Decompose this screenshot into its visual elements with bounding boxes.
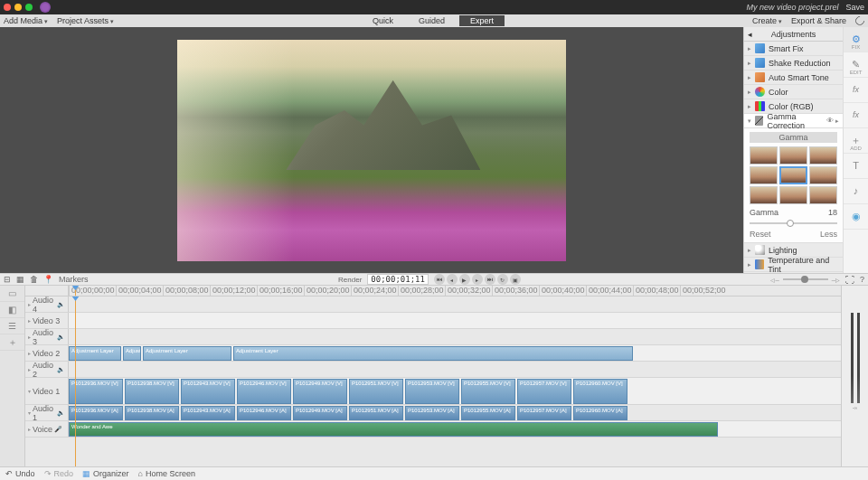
video-clip[interactable]: P1012936.MOV [V] <box>69 379 123 404</box>
sync-icon[interactable] <box>854 14 866 27</box>
mode-expert[interactable]: Expert <box>459 15 505 26</box>
adj-temperature-tint[interactable]: ▸Temperature and Tint <box>744 258 843 272</box>
right-panel: ◂ Adjustments ▸Smart Fix ▸Shake Reductio… <box>743 27 868 273</box>
audio-clip[interactable]: P1012938.MOV [A] <box>125 406 179 420</box>
project-assets-menu[interactable]: Project Assets <box>57 16 114 25</box>
audio-clip[interactable]: P1012943.MOV [A] <box>181 406 235 420</box>
gamma-reset-button[interactable]: Reset <box>750 230 771 239</box>
gamma-preset-4[interactable] <box>750 166 778 184</box>
video-clip[interactable]: P1012960.MOV [V] <box>573 379 627 404</box>
audio-clip[interactable]: P1012936.MOV [A] <box>69 406 123 420</box>
save-button[interactable]: Save <box>845 3 864 12</box>
redo-button[interactable]: ↷Redo <box>44 469 74 478</box>
ruler-tick: 00;00;52;00 <box>680 286 726 296</box>
add-media-menu[interactable]: Add Media <box>4 16 48 25</box>
video-clip[interactable]: P1012957.MOV [V] <box>517 379 571 404</box>
export-share-button[interactable]: Export & Share <box>791 16 846 25</box>
video-clip[interactable]: P1012949.MOV [V] <box>293 379 347 404</box>
clip-adjustment-layer[interactable]: Adjustment Layer <box>69 346 121 361</box>
trash-icon[interactable]: 🗑 <box>30 275 38 284</box>
clip-adjustment-layer[interactable]: Adjustment Layer <box>123 346 141 361</box>
audio-clip[interactable]: P1012946.MOV [A] <box>237 406 291 420</box>
tool-select-icon[interactable]: ▭ <box>0 286 24 302</box>
fullscreen-icon[interactable]: ⛶ <box>845 275 854 285</box>
maximize-window-icon[interactable] <box>25 4 33 11</box>
adj-gamma-correction[interactable]: ▾Gamma Correction👁▸ <box>744 114 843 128</box>
audio-clip[interactable]: P1012955.MOV [A] <box>461 406 515 420</box>
tool-add-icon[interactable]: ＋ <box>0 334 24 351</box>
adj-shake-reduction[interactable]: ▸Shake Reduction <box>744 56 843 71</box>
playhead[interactable] <box>75 286 76 296</box>
mute-icon[interactable]: 🔈 <box>57 301 65 308</box>
tool-solo-icon[interactable]: ◧ <box>0 302 24 318</box>
add-tab-icon[interactable]: ＋ADD <box>844 128 869 154</box>
audio-clip[interactable]: P1012953.MOV [A] <box>405 406 459 420</box>
zoom-out-icon[interactable]: ◁─ <box>770 277 778 283</box>
clip-adjustment-layer[interactable]: Adjustment Layer <box>143 346 231 361</box>
video-clip[interactable]: P1012946.MOV [V] <box>237 379 291 404</box>
loop-icon[interactable]: ↻ <box>497 274 508 285</box>
video-clip[interactable]: P1012953.MOV [V] <box>405 379 459 404</box>
help-icon[interactable]: ? <box>860 275 864 284</box>
clip-adjustment-layer[interactable]: Adjustment Layer <box>233 346 633 361</box>
tracks-scroll[interactable]: ▸Audio 4🔈 ▸Video 3 ▸Audio 3🔈 ▸Video 2 Ad… <box>25 296 841 466</box>
goto-start-icon[interactable]: ⏮ <box>434 274 445 285</box>
gamma-preset-6[interactable] <box>809 166 837 184</box>
gamma-preset-1[interactable] <box>750 146 778 165</box>
gamma-preset-8[interactable] <box>779 186 807 204</box>
gamma-preset-7[interactable] <box>750 186 778 204</box>
fx2-tab-icon[interactable]: fx <box>844 103 869 128</box>
zoom-slider[interactable] <box>783 278 828 280</box>
audio-clip[interactable]: P1012949.MOV [A] <box>293 406 347 420</box>
gamma-slider[interactable] <box>750 219 837 228</box>
audio-clip[interactable]: P1012960.MOV [A] <box>573 406 627 420</box>
gamma-less-button[interactable]: Less <box>820 230 837 239</box>
video-clip[interactable]: P1012938.MOV [V] <box>125 379 179 404</box>
gamma-preset-5[interactable] <box>779 166 807 184</box>
timecode-display[interactable]: 00;00;01;11 <box>367 274 429 285</box>
gamma-preset-9[interactable] <box>809 186 837 204</box>
adj-color[interactable]: ▸Color <box>744 85 843 99</box>
video-clip[interactable]: P1012951.MOV [V] <box>349 379 403 404</box>
marker-menu-icon[interactable]: 📍 <box>43 275 53 284</box>
edit-tab-icon[interactable]: ✎EDIT <box>844 52 869 78</box>
audio-clip[interactable]: P1012951.MOV [A] <box>349 406 403 420</box>
organizer-button[interactable]: ▦Organizer <box>82 469 129 478</box>
video-clip[interactable]: P1012943.MOV [V] <box>181 379 235 404</box>
minimize-window-icon[interactable] <box>14 4 22 11</box>
step-fwd-icon[interactable]: ▸ <box>472 274 483 285</box>
video-clip[interactable]: P1012955.MOV [V] <box>461 379 515 404</box>
tool-icon-1[interactable]: ⊟ <box>4 275 11 284</box>
gamma-preset-3[interactable] <box>809 146 837 165</box>
adj-smart-fix[interactable]: ▸Smart Fix <box>744 42 843 56</box>
titles-tab-icon[interactable]: T <box>844 154 869 179</box>
create-menu[interactable]: Create <box>752 16 782 25</box>
share-tab-icon[interactable]: ◉ <box>844 204 869 230</box>
mode-guided[interactable]: Guided <box>408 15 456 26</box>
fx-tab-icon[interactable]: fx <box>844 78 869 103</box>
fix-tab-icon[interactable]: ⚙FIX <box>844 27 869 52</box>
adj-auto-smart-tone[interactable]: ▸Auto Smart Tone <box>744 71 843 85</box>
play-icon[interactable]: ▶ <box>459 274 470 285</box>
safe-margins-icon[interactable]: ▣ <box>510 274 521 285</box>
goto-end-icon[interactable]: ⏭ <box>485 274 495 285</box>
render-button[interactable]: Render <box>338 276 362 284</box>
time-ruler[interactable]: 00;00;00;0000;00;04;0000;00;08;0000;00;1… <box>25 286 841 296</box>
clip-music[interactable]: Wonder and Awe <box>69 422 718 437</box>
visibility-toggle-icon[interactable]: 👁 <box>826 117 834 125</box>
mode-quick[interactable]: Quick <box>362 15 404 26</box>
step-back-icon[interactable]: ◂ <box>447 274 458 285</box>
music-tab-icon[interactable]: ♪ <box>844 179 869 204</box>
gamma-preset-2[interactable] <box>779 146 807 165</box>
close-window-icon[interactable] <box>4 4 11 11</box>
expand-arrow-icon[interactable]: ▸ <box>835 118 839 125</box>
back-icon[interactable]: ◂ <box>748 30 752 39</box>
preview-frame[interactable] <box>177 40 566 261</box>
collapse-icon[interactable]: ▸ <box>28 301 31 307</box>
home-button[interactable]: ⌂Home Screen <box>138 469 195 478</box>
zoom-in-icon[interactable]: ─▷ <box>832 277 840 283</box>
undo-button[interactable]: ↶Undo <box>5 469 35 478</box>
tool-icon-2[interactable]: ▦ <box>16 275 24 284</box>
tool-track-icon[interactable]: ☰ <box>0 318 24 334</box>
audio-clip[interactable]: P1012957.MOV [A] <box>517 406 571 420</box>
